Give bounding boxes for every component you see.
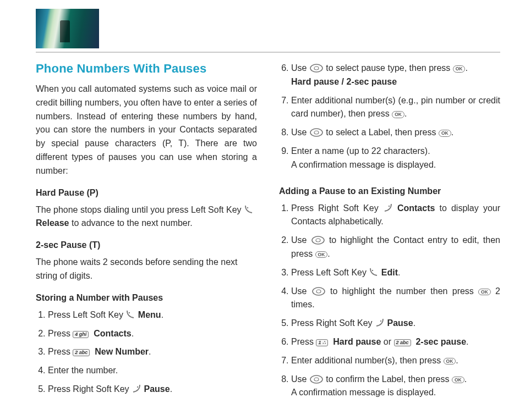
contacts-label: Contacts	[397, 203, 435, 213]
pause-label: Pause	[387, 318, 413, 328]
text: Press	[48, 347, 73, 356]
storing-heading: Storing a Number with Pauses	[36, 293, 257, 303]
section-title: Phone Numbers With Pauses	[36, 62, 257, 76]
text: to confirm the Label, then press	[326, 374, 452, 384]
ok-key-icon: OK	[453, 65, 466, 73]
list-item: Press Left Soft Key Menu.	[48, 308, 257, 322]
adding-list: Press Right Soft Key Contacts to display…	[279, 202, 500, 400]
hard-pause-label: Hard pause	[333, 337, 381, 346]
key-1-icon: 1 ∴	[316, 339, 328, 346]
sec-pause-label: 2-sec pause	[415, 337, 466, 346]
list-item: Use to confirm the Label, then press OK.…	[291, 373, 500, 400]
list-item: Use to select pause type, then press OK.…	[291, 62, 500, 89]
storing-list-cont: Use to select pause type, then press OK.…	[279, 62, 500, 172]
text: to advance to the next number.	[69, 218, 193, 228]
menu-label: Menu	[138, 310, 161, 319]
left-column: Phone Numbers With Pauses When you call …	[36, 62, 257, 405]
intro-paragraph: When you call automated systems such as …	[36, 82, 257, 178]
text: Use	[291, 235, 311, 245]
nav-key-icon	[311, 235, 325, 245]
storing-list: Press Left Soft Key Menu. Press 4 ghi Co…	[36, 308, 257, 396]
text: Press Left Soft Key	[48, 310, 125, 319]
list-item: Press Right Soft Key Contacts to display…	[291, 202, 500, 229]
contacts-label: Contacts	[94, 329, 131, 338]
text: or	[381, 337, 393, 346]
list-item: Press Right Soft Key Pause.	[48, 383, 257, 396]
list-item: Use to highlight the number then press O…	[291, 285, 500, 312]
ok-key-icon: OK	[439, 130, 451, 137]
release-label: Release	[36, 218, 69, 228]
page: Phone Numbers With Pauses When you call …	[0, 0, 525, 420]
right-column: Use to select pause type, then press OK.…	[279, 62, 500, 405]
text: Enter the number.	[48, 366, 118, 375]
nav-key-icon	[309, 128, 324, 137]
text: Enter a name (up to 22 characters).	[291, 146, 430, 156]
svg-point-5	[310, 129, 322, 136]
svg-point-13	[380, 320, 381, 322]
pause-options-label: Hard pause / 2-sec pause	[291, 77, 397, 86]
hard-pause-text: The phone stops dialing until you press …	[36, 203, 257, 231]
text: to highlight the number then press	[330, 286, 478, 296]
text: Press Left Soft Key	[291, 268, 369, 277]
list-item: Enter a name (up to 22 characters). A co…	[291, 145, 500, 172]
key-2-icon: 2 abc	[73, 349, 90, 356]
text: A confirmation message is displayed.	[291, 388, 436, 397]
list-item: Use to highlight the Contact entry to ed…	[291, 234, 500, 261]
svg-point-8	[312, 236, 324, 244]
key-4-icon: 4 ghi	[73, 331, 89, 338]
content-columns: Phone Numbers With Pauses When you call …	[36, 62, 500, 405]
ok-key-icon: OK	[392, 111, 404, 118]
svg-point-10	[372, 270, 373, 271]
text: Enter additional number(s), then press	[291, 356, 444, 365]
edit-label: Edit	[381, 268, 398, 277]
svg-point-1	[129, 312, 130, 313]
svg-point-0	[247, 207, 248, 208]
right-softkey-icon	[375, 318, 385, 328]
list-item: Press 1 ∴ Hard pause or 2 abc 2-sec paus…	[291, 335, 500, 349]
svg-point-3	[310, 64, 322, 72]
ok-key-icon: OK	[478, 289, 491, 296]
svg-point-12	[316, 290, 321, 293]
text: Press Right Soft Key	[48, 384, 132, 394]
ok-key-icon: OK	[452, 377, 464, 384]
text: Press	[48, 329, 73, 338]
list-item: Enter additional number(s), then press O…	[291, 354, 500, 368]
nav-key-icon	[309, 63, 324, 73]
left-softkey-icon	[125, 310, 135, 319]
text: Use	[291, 63, 309, 73]
svg-point-15	[314, 378, 319, 381]
text: Use	[291, 286, 311, 296]
list-item: Press Right Soft Key Pause.	[291, 317, 500, 330]
nav-key-icon	[309, 374, 324, 384]
right-softkey-icon	[383, 203, 393, 213]
text: Press	[291, 337, 316, 346]
left-softkey-icon	[369, 267, 379, 277]
text: A confirmation message is displayed.	[291, 160, 436, 169]
text: Use	[291, 374, 309, 384]
svg-point-4	[314, 67, 319, 70]
list-item: Enter additional number(s) (e.g., pin nu…	[291, 94, 500, 121]
text: Use	[291, 128, 309, 137]
sec-pause-text: The phone waits 2 seconds before sending…	[36, 256, 257, 283]
left-softkey-icon	[244, 205, 254, 214]
key-2-icon: 2 abc	[394, 339, 411, 346]
svg-point-7	[389, 205, 390, 206]
right-softkey-icon	[132, 384, 141, 394]
text: to select pause type, then press	[326, 63, 452, 73]
ok-key-icon: OK	[315, 251, 328, 258]
new-number-label: New Number	[95, 347, 149, 356]
list-item: Press 4 ghi Contacts.	[48, 327, 257, 341]
pause-label: Pause	[144, 384, 170, 394]
adding-heading: Adding a Pause to an Existing Number	[279, 186, 500, 196]
list-item: Press 2 abc New Number.	[48, 345, 257, 359]
sec-pause-label: 2-sec Pause (T)	[36, 240, 257, 250]
svg-point-6	[314, 131, 319, 134]
hard-pause-label: Hard Pause (P)	[36, 188, 257, 198]
text: Press Right Soft Key	[291, 318, 375, 328]
text: The phone stops dialing until you press …	[36, 205, 244, 214]
list-item: Use to select a Label, then press OK.	[291, 126, 500, 140]
list-item: Enter the number.	[48, 364, 257, 378]
svg-point-14	[310, 375, 322, 383]
nav-key-icon	[311, 286, 326, 296]
header-image	[36, 9, 99, 48]
